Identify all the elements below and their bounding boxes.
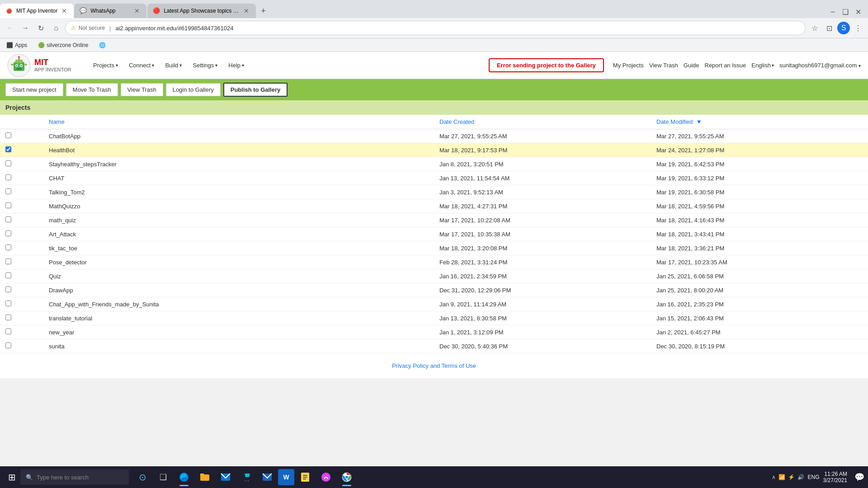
- nav-settings[interactable]: Settings ▾: [188, 59, 222, 71]
- taskbar-notes[interactable]: [295, 467, 315, 487]
- maximize-button[interactable]: ❑: [839, 5, 852, 18]
- taskbar-chrome[interactable]: [337, 467, 357, 487]
- start-button[interactable]: ⊞: [4, 469, 20, 485]
- publish-to-gallery-button[interactable]: Publish to Gallery: [223, 83, 288, 97]
- taskbar-clock[interactable]: 11:26 AM 3/27/2021: [823, 471, 847, 483]
- app-logo: MIT APP INVENTOR: [7, 54, 89, 77]
- tab-close-3[interactable]: ✕: [242, 7, 250, 15]
- volume-icon[interactable]: 🔊: [797, 474, 804, 480]
- table-row[interactable]: new_yearJan 1, 2021, 3:12:09 PMJan 2, 20…: [0, 325, 868, 339]
- row-checkbox[interactable]: [5, 286, 11, 292]
- tab-close-1[interactable]: ✕: [60, 7, 68, 15]
- refresh-button[interactable]: ↻: [34, 22, 47, 34]
- project-date-modified: Dec 30, 2020, 8:15:19 PM: [651, 339, 868, 353]
- table-row[interactable]: Art_AttackMar 17, 2021, 10:35:38 AMMar 1…: [0, 227, 868, 241]
- table-row[interactable]: DrawAppDec 31, 2020, 12:29:06 PMJan 25, …: [0, 283, 868, 297]
- table-row[interactable]: Chat_App_with_Friends_made_by_SunitaJan …: [0, 297, 868, 311]
- table-row[interactable]: Stayhealthy_stepsTrackerJan 8, 2021, 3:2…: [0, 157, 868, 171]
- row-checkbox[interactable]: [5, 272, 11, 278]
- row-checkbox[interactable]: [5, 230, 11, 236]
- row-checkbox[interactable]: [5, 160, 11, 166]
- cast-button[interactable]: ⊡: [823, 22, 835, 34]
- view-trash-button[interactable]: View Trash: [121, 83, 163, 96]
- tab-close-2[interactable]: ✕: [133, 7, 141, 15]
- table-row[interactable]: HealthBotMar 18, 2021, 9:17:53 PMMar 24,…: [0, 143, 868, 157]
- project-name: CHAT: [43, 171, 434, 185]
- table-row[interactable]: math_quizMar 17, 2021, 10:22:08 AMMar 18…: [0, 213, 868, 227]
- project-date-created: Jan 1, 2021, 3:12:09 PM: [434, 325, 651, 339]
- tab-mit-app-inventor[interactable]: 🔴 MIT App Inventor ✕: [0, 4, 74, 18]
- row-checkbox[interactable]: [5, 343, 11, 348]
- privacy-policy-link[interactable]: Privacy Policy and Terms of Use: [392, 362, 476, 369]
- bookmark-silverzone[interactable]: 🟢 silverzone Online: [35, 41, 91, 49]
- home-button[interactable]: ⌂: [50, 22, 62, 34]
- taskbar-email[interactable]: [216, 467, 236, 487]
- row-checkbox[interactable]: [5, 146, 11, 152]
- table-row[interactable]: CHATJan 13, 2021, 11:54:54 AMMar 19, 202…: [0, 171, 868, 185]
- row-checkbox[interactable]: [5, 216, 11, 222]
- more-button[interactable]: ⋮: [852, 22, 864, 34]
- user-email[interactable]: sunitaghosh6971@gmail.com ▾: [779, 62, 861, 69]
- taskbar-cortana[interactable]: ⊙: [132, 467, 152, 487]
- table-row[interactable]: QuizJan 16, 2021, 2:34:59 PMJan 25, 2021…: [0, 269, 868, 283]
- report-issue-link[interactable]: Report an Issue: [705, 62, 746, 69]
- row-checkbox[interactable]: [5, 328, 11, 334]
- lang-indicator[interactable]: ENG: [808, 474, 820, 480]
- taskbar-paint[interactable]: [316, 467, 336, 487]
- nav-connect[interactable]: Connect ▾: [124, 59, 159, 71]
- my-projects-link[interactable]: My Projects: [613, 62, 644, 69]
- notification-icon[interactable]: 💬: [854, 472, 864, 482]
- taskbar-task-view[interactable]: ❑: [153, 467, 173, 487]
- login-to-gallery-button[interactable]: Login to Gallery: [166, 83, 221, 96]
- nav-build[interactable]: Build ▾: [160, 59, 186, 71]
- bookmark-apps[interactable]: ⬛ Apps: [4, 41, 30, 49]
- profile-button[interactable]: S: [837, 22, 850, 34]
- nav-help[interactable]: Help ▾: [224, 59, 249, 71]
- row-checkbox[interactable]: [5, 174, 11, 180]
- row-checkbox[interactable]: [5, 188, 11, 194]
- chevron-up-icon[interactable]: ∧: [772, 474, 776, 480]
- table-row[interactable]: translate_tutorialJan 13, 2021, 8:30:58 …: [0, 311, 868, 325]
- back-button[interactable]: ←: [4, 22, 16, 34]
- table-row[interactable]: Pose_detectorFeb 28, 2021, 3:31:24 PMMar…: [0, 255, 868, 269]
- taskbar-word[interactable]: W: [278, 469, 294, 485]
- taskbar-file-explorer[interactable]: [195, 467, 215, 487]
- start-new-project-button[interactable]: Start new project: [5, 83, 63, 96]
- language-button[interactable]: English ▾: [751, 62, 774, 69]
- row-checkbox[interactable]: [5, 300, 11, 306]
- taskbar-store[interactable]: [236, 467, 256, 487]
- row-checkbox[interactable]: [5, 244, 11, 250]
- date-created-column-header[interactable]: Date Created: [434, 115, 651, 129]
- bookmark-globe[interactable]: 🌐: [96, 41, 108, 49]
- row-checkbox[interactable]: [5, 202, 11, 208]
- project-name: DrawApp: [43, 283, 434, 297]
- table-row[interactable]: Talking_Tom2Jan 3, 2021, 9:52:13 AMMar 1…: [0, 185, 868, 199]
- network-icon[interactable]: 📶: [778, 474, 785, 480]
- taskbar-search-box[interactable]: 🔍 Type here to search: [20, 469, 129, 485]
- table-row[interactable]: MathQuizzoMar 18, 2021, 4:27:31 PMMar 18…: [0, 199, 868, 213]
- new-tab-button[interactable]: +: [256, 4, 270, 18]
- tab-whatsapp[interactable]: 💬 WhatsApp ✕: [74, 4, 146, 18]
- forward-button[interactable]: →: [19, 22, 32, 34]
- table-row[interactable]: ChatBotAppMar 27, 2021, 9:55:25 AMMar 27…: [0, 129, 868, 143]
- row-checkbox[interactable]: [5, 314, 11, 320]
- move-to-trash-button[interactable]: Move To Trash: [66, 83, 118, 96]
- close-window-button[interactable]: ✕: [852, 5, 864, 18]
- minimize-button[interactable]: –: [826, 5, 839, 18]
- taskbar-edge[interactable]: [174, 467, 194, 487]
- name-column-header[interactable]: Name: [43, 115, 434, 129]
- address-bar[interactable]: ⚠ Not secure | ai2.appinventor.mit.edu/#…: [65, 21, 806, 35]
- view-trash-link[interactable]: View Trash: [649, 62, 678, 69]
- nav-projects[interactable]: Projects ▾: [89, 59, 123, 71]
- bookmark-button[interactable]: ☆: [808, 22, 821, 34]
- tab-latest-app[interactable]: 🔴 Latest App Showcase topics - M... ✕: [147, 4, 256, 18]
- row-checkbox[interactable]: [5, 258, 11, 264]
- bluetooth-icon[interactable]: ⚡: [788, 474, 795, 480]
- table-row[interactable]: sunitaDec 30, 2020, 5:40:36 PMDec 30, 20…: [0, 339, 868, 353]
- row-checkbox[interactable]: [5, 132, 11, 138]
- guide-link[interactable]: Guide: [684, 62, 699, 69]
- date-modified-column-header[interactable]: Date Modified ▼: [651, 115, 868, 129]
- project-name: Chat_App_with_Friends_made_by_Sunita: [43, 297, 434, 311]
- taskbar-mail2[interactable]: [257, 467, 277, 487]
- table-row[interactable]: tik_tac_toeMar 18, 2021, 3:20:08 PMMar 1…: [0, 241, 868, 255]
